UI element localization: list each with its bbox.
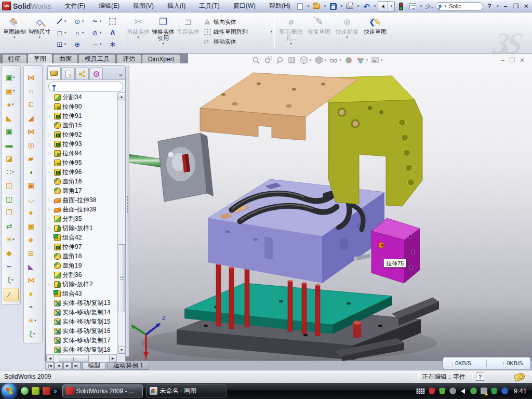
tree-item[interactable]: 实体-移动/复制15: [47, 317, 117, 326]
toolbar-button[interactable]: C ▾: [24, 98, 42, 111]
tree-item[interactable]: 切除-放样2: [47, 280, 117, 289]
toolbar-button[interactable]: ◪ ▾: [2, 152, 20, 165]
toolbar-button[interactable]: ∷ ▾: [2, 165, 20, 179]
toolbar-button[interactable]: ◢ ▾: [24, 111, 42, 125]
toolbar-button[interactable]: ✳ ▾: [24, 314, 42, 327]
tree-item[interactable]: 曲面-拉伸38: [47, 195, 117, 205]
ribbon-button[interactable]: 快速捕捉 ▾: [333, 14, 361, 51]
toolbar-button[interactable]: ◣ ▾: [24, 260, 42, 273]
toolbar-button[interactable]: ⋈ ▾: [24, 71, 42, 84]
toolbar-button[interactable]: ● ▾: [2, 98, 20, 111]
part-sprue-insert[interactable]: [119, 133, 214, 202]
command-tab[interactable]: DimXpert: [142, 54, 180, 63]
command-tab[interactable]: 评估: [116, 54, 141, 63]
prev-tab-button[interactable]: ◀: [55, 362, 63, 369]
help-button[interactable]: ?: [484, 2, 495, 11]
scroll-thumb[interactable]: [59, 355, 89, 362]
panel-splitter[interactable]: [126, 65, 129, 356]
tab-propertymanager[interactable]: [61, 68, 75, 79]
tree-item[interactable]: 拉伸96: [47, 167, 117, 177]
expand-arrow-icon[interactable]: [48, 282, 52, 287]
tree-item[interactable]: 实体-移动/复制18: [47, 345, 117, 354]
toolbar-button[interactable]: ◡ ▾: [24, 192, 42, 206]
toolbar-button[interactable]: ▣ ▾: [24, 179, 42, 192]
tree-item[interactable]: 实体-移动/复制16: [47, 326, 117, 336]
tree-item[interactable]: 圆角19: [47, 261, 117, 270]
toolbar-button[interactable]: ▬ ▾: [2, 138, 20, 152]
ribbon-button[interactable]: 快速草图 ▾: [361, 14, 389, 51]
tree-item[interactable]: 圆角16: [47, 177, 117, 186]
menu-item[interactable]: 窗口(W): [227, 0, 262, 12]
open-file-button[interactable]: [311, 2, 322, 11]
sketch-tool-button[interactable]: ▾: [52, 38, 70, 50]
ribbon-row-button[interactable]: 移动实体 ▾: [204, 36, 272, 46]
next-tab-button[interactable]: ▶: [63, 362, 72, 369]
zoom-to-fit-icon[interactable]: [251, 56, 261, 65]
quick-launch-icon[interactable]: [21, 387, 29, 395]
tree-item[interactable]: 拉伸93: [47, 139, 117, 149]
menu-item[interactable]: 编辑(E): [92, 0, 126, 12]
section-view-icon[interactable]: [287, 56, 297, 65]
toolbar-button[interactable]: ▣ ▾: [24, 219, 42, 233]
taskbar-task-button[interactable]: SolidWorks 2009 - ...: [62, 384, 143, 397]
display-style-icon[interactable]: [314, 56, 324, 65]
toolbar-button[interactable]: ξ ▾: [2, 273, 20, 287]
quick-launch-overflow[interactable]: »: [54, 388, 57, 395]
toolbar-overflow-item[interactable]: 少..: [424, 3, 434, 10]
rebuild-button[interactable]: [396, 2, 406, 11]
sketch-tool-button[interactable]: ▾: [52, 27, 70, 38]
print-button[interactable]: [344, 2, 355, 11]
ribbon-button[interactable]: 剪裁实体 ▾: [126, 14, 151, 51]
taskbar-task-button[interactable]: 未命名 - 画图: [146, 384, 227, 397]
undo-button[interactable]: ↶: [361, 2, 371, 11]
search-scope-caret[interactable]: ▾: [443, 4, 447, 8]
toolbar-button[interactable]: ◖ ▾: [24, 165, 42, 179]
tray-icon[interactable]: [481, 388, 487, 394]
taskbar-clock[interactable]: 9:41: [512, 387, 527, 395]
hide-show-items-icon[interactable]: [329, 56, 338, 65]
toolbar-button[interactable]: ✳ ▾: [2, 233, 20, 246]
close-button[interactable]: ✕: [522, 2, 531, 11]
toolbar-button[interactable]: ⋈ ▾: [24, 273, 42, 287]
toolbar-button[interactable]: ● ▾: [24, 206, 42, 219]
command-tab[interactable]: 模具工具: [78, 54, 116, 63]
tree-item[interactable]: 切除-放样1: [47, 223, 117, 233]
scroll-thumb[interactable]: [118, 244, 125, 312]
toolbar-button[interactable]: ⇄ ▾: [2, 219, 20, 233]
expand-arrow-icon[interactable]: [48, 161, 52, 165]
expand-arrow-icon[interactable]: [48, 104, 52, 109]
tree-item[interactable]: 组合43: [47, 289, 117, 298]
toolbar-button[interactable]: ◎ ▾: [24, 138, 42, 152]
toolbar-button[interactable]: ◆ ▾: [2, 246, 20, 260]
expand-arrow-icon[interactable]: [48, 226, 52, 231]
expand-arrow-icon[interactable]: [48, 151, 52, 156]
tray-icon[interactable]: [470, 388, 477, 394]
tab-featuremanager-tree[interactable]: [47, 66, 61, 79]
minimize-button[interactable]: –: [501, 2, 510, 11]
tab-dimxpertmanager[interactable]: [89, 68, 103, 79]
sketch-tool-button[interactable]: ▾: [87, 38, 105, 50]
menu-item[interactable]: 视图(V): [127, 0, 160, 12]
toolbar-button[interactable]: ● ▾: [24, 287, 42, 300]
menu-item[interactable]: 文件(F): [59, 0, 91, 12]
toolbar-button[interactable]: ξ ▾: [24, 327, 42, 341]
sketch-tool-button[interactable]: ▾: [70, 38, 87, 50]
tray-icon[interactable]: [429, 388, 435, 394]
toolbar-button[interactable]: ▣ ▾: [2, 71, 20, 84]
apply-scene-icon[interactable]: [356, 56, 365, 65]
ribbon-row-button[interactable]: 线性草图阵列 ▾: [204, 26, 272, 36]
sketch-tool-button[interactable]: ▾: [52, 16, 70, 27]
quick-launch-icon[interactable]: [32, 387, 39, 395]
menu-item[interactable]: 工具(T): [193, 0, 225, 12]
toolbar-button[interactable]: ⊞ ▾: [24, 246, 42, 260]
ribbon-button[interactable]: 智能尺寸 ▾: [27, 14, 52, 51]
tree-item[interactable]: 圆角15: [47, 121, 117, 130]
tray-icon[interactable]: [439, 388, 446, 394]
ribbon-button[interactable]: 等距实体 ▾: [176, 14, 201, 51]
toolbar-button[interactable]: ∕ ▾: [4, 288, 19, 301]
save-button[interactable]: [328, 2, 338, 11]
toolbar-button[interactable]: ◓ ▾: [24, 300, 42, 314]
tree-vertical-scrollbar[interactable]: ▲ ▼: [117, 92, 125, 354]
new-file-button[interactable]: [295, 2, 305, 11]
toolbar-button[interactable]: ┉ ▾: [2, 260, 20, 273]
